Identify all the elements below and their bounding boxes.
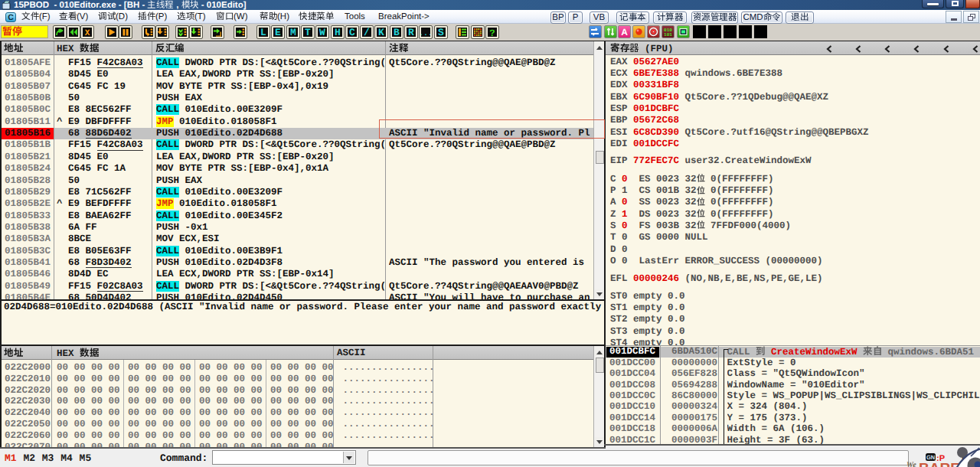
svg-text:S: S <box>438 28 444 37</box>
svg-text:M: M <box>290 28 296 37</box>
svg-text:We: We <box>906 461 916 467</box>
svg-text:H: H <box>335 28 341 37</box>
svg-text:C: C <box>349 28 355 37</box>
svg-text:R: R <box>408 28 414 37</box>
svg-text:E: E <box>275 28 281 37</box>
svg-text:BARE: BARE <box>919 461 960 467</box>
svg-text:A: A <box>621 27 628 38</box>
svg-text:K: K <box>378 28 384 37</box>
svg-text:GN: GN <box>926 454 935 461</box>
svg-text:?: ? <box>489 28 495 37</box>
svg-text:T: T <box>305 28 311 37</box>
svg-text:L: L <box>260 28 266 37</box>
svg-text:101: 101 <box>664 32 672 38</box>
svg-text:X: X <box>85 29 90 37</box>
svg-text:/: / <box>364 28 370 37</box>
svg-text:W: W <box>319 28 325 37</box>
svg-text:B: B <box>394 28 400 37</box>
svg-text:...: ... <box>421 30 430 37</box>
